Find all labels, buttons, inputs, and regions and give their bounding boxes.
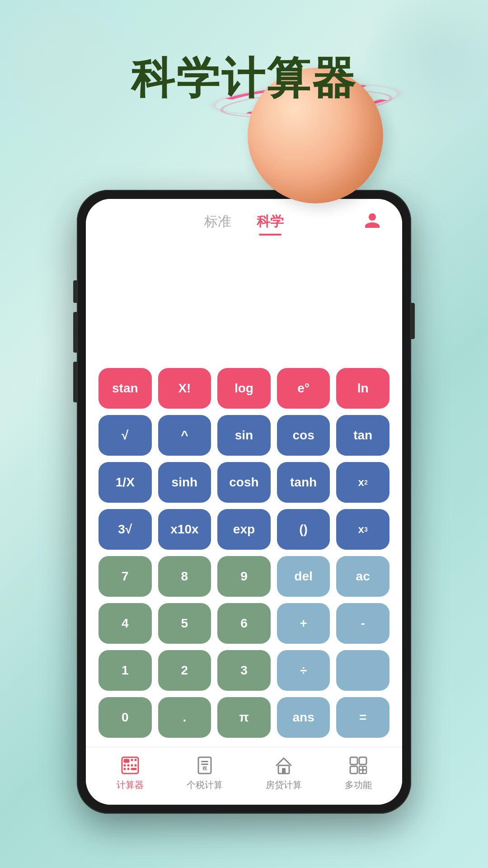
svg-rect-12 bbox=[201, 761, 208, 762]
nav-mortgage[interactable]: 房贷计算 bbox=[266, 755, 302, 791]
phone-screen: 标准 科学 stan X! log e° ln √ bbox=[86, 199, 402, 805]
btn-x-squared[interactable]: x2 bbox=[336, 462, 389, 503]
btn-e-deg[interactable]: e° bbox=[277, 368, 330, 409]
btn-reciprocal[interactable]: 1/X bbox=[99, 462, 152, 503]
button-row-7: 1 2 3 ÷ bbox=[99, 650, 389, 691]
svg-rect-10 bbox=[131, 768, 136, 770]
nav-tax[interactable]: 税 个税计算 bbox=[187, 755, 223, 791]
svg-rect-17 bbox=[350, 757, 357, 764]
nav-mortgage-label: 房贷计算 bbox=[266, 779, 302, 791]
svg-rect-16 bbox=[282, 768, 286, 774]
btn-divide[interactable]: ÷ bbox=[277, 650, 330, 691]
side-button-left-1 bbox=[73, 280, 77, 303]
nav-calculator[interactable]: 计算器 bbox=[117, 755, 144, 791]
nav-multifunction-label: 多功能 bbox=[345, 779, 372, 791]
button-row-6: 4 5 6 + - bbox=[99, 603, 389, 644]
calculator-icon bbox=[119, 755, 141, 776]
grid-icon bbox=[347, 755, 369, 776]
svg-rect-13 bbox=[201, 764, 208, 765]
svg-rect-23 bbox=[363, 770, 366, 774]
svg-rect-18 bbox=[359, 757, 366, 764]
btn-3[interactable]: 3 bbox=[217, 650, 271, 691]
button-row-1: stan X! log e° ln bbox=[99, 368, 389, 409]
btn-cbrt[interactable]: 3√ bbox=[99, 509, 152, 550]
btn-equals[interactable]: = bbox=[336, 697, 389, 738]
svg-rect-6 bbox=[131, 764, 133, 766]
btn-cos[interactable]: cos bbox=[277, 415, 330, 456]
svg-rect-5 bbox=[127, 764, 129, 766]
btn-parens[interactable]: () bbox=[277, 509, 330, 550]
calculator-buttons: stan X! log e° ln √ ^ sin cos tan 1/X si… bbox=[86, 363, 402, 747]
svg-rect-9 bbox=[127, 768, 129, 770]
nav-multifunction[interactable]: 多功能 bbox=[345, 755, 372, 791]
btn-tanh[interactable]: tanh bbox=[277, 462, 330, 503]
btn-ans[interactable]: ans bbox=[277, 697, 330, 738]
btn-9[interactable]: 9 bbox=[217, 556, 271, 597]
btn-x-cubed[interactable]: x3 bbox=[336, 509, 389, 550]
svg-rect-1 bbox=[124, 759, 129, 763]
svg-rect-3 bbox=[135, 759, 136, 761]
svg-text:税: 税 bbox=[202, 766, 207, 771]
svg-rect-4 bbox=[124, 764, 126, 766]
button-row-2: √ ^ sin cos tan bbox=[99, 415, 389, 456]
side-button-left-2 bbox=[73, 312, 77, 353]
btn-exp[interactable]: exp bbox=[217, 509, 271, 550]
btn-factorial[interactable]: X! bbox=[158, 368, 211, 409]
button-row-3: 1/X sinh cosh tanh x2 bbox=[99, 462, 389, 503]
button-row-5: 7 8 9 del ac bbox=[99, 556, 389, 597]
btn-del[interactable]: del bbox=[277, 556, 330, 597]
btn-6[interactable]: 6 bbox=[217, 603, 271, 644]
btn-8[interactable]: 8 bbox=[158, 556, 211, 597]
btn-cosh[interactable]: cosh bbox=[217, 462, 271, 503]
side-button-right bbox=[411, 303, 415, 339]
nav-tax-label: 个税计算 bbox=[187, 779, 223, 791]
btn-dot[interactable]: . bbox=[158, 697, 211, 738]
btn-log[interactable]: log bbox=[217, 368, 271, 409]
svg-rect-7 bbox=[135, 764, 136, 766]
btn-0[interactable]: 0 bbox=[99, 697, 152, 738]
btn-5[interactable]: 5 bbox=[158, 603, 211, 644]
svg-rect-11 bbox=[198, 757, 211, 774]
btn-stan[interactable]: stan bbox=[99, 368, 152, 409]
phone-frame: 标准 科学 stan X! log e° ln √ bbox=[77, 190, 411, 814]
bottom-navigation: 计算器 税 个税计算 bbox=[86, 747, 402, 805]
svg-rect-2 bbox=[131, 759, 133, 761]
btn-7[interactable]: 7 bbox=[99, 556, 152, 597]
svg-rect-19 bbox=[350, 766, 357, 774]
btn-ln[interactable]: ln bbox=[336, 368, 389, 409]
btn-2[interactable]: 2 bbox=[158, 650, 211, 691]
btn-pi[interactable]: π bbox=[217, 697, 271, 738]
page-title: 科学计算器 bbox=[0, 50, 488, 108]
button-row-4: 3√ x10x exp () x3 bbox=[99, 509, 389, 550]
btn-ac[interactable]: ac bbox=[336, 556, 389, 597]
nav-calculator-label: 计算器 bbox=[117, 779, 144, 791]
btn-tan[interactable]: tan bbox=[336, 415, 389, 456]
btn-power[interactable]: ^ bbox=[158, 415, 211, 456]
btn-x10x[interactable]: x10x bbox=[158, 509, 211, 550]
house-icon bbox=[273, 755, 295, 776]
side-button-left-3 bbox=[73, 362, 77, 402]
display-area bbox=[86, 239, 402, 363]
btn-sinh[interactable]: sinh bbox=[158, 462, 211, 503]
btn-minus[interactable]: - bbox=[336, 603, 389, 644]
btn-sqrt[interactable]: √ bbox=[99, 415, 152, 456]
button-row-8: 0 . π ans = bbox=[99, 697, 389, 738]
tax-icon: 税 bbox=[194, 755, 216, 776]
btn-1[interactable]: 1 bbox=[99, 650, 152, 691]
btn-sin[interactable]: sin bbox=[217, 415, 271, 456]
btn-4[interactable]: 4 bbox=[99, 603, 152, 644]
btn-plus[interactable]: + bbox=[277, 603, 330, 644]
svg-rect-8 bbox=[124, 768, 126, 770]
btn-empty[interactable] bbox=[336, 650, 389, 691]
